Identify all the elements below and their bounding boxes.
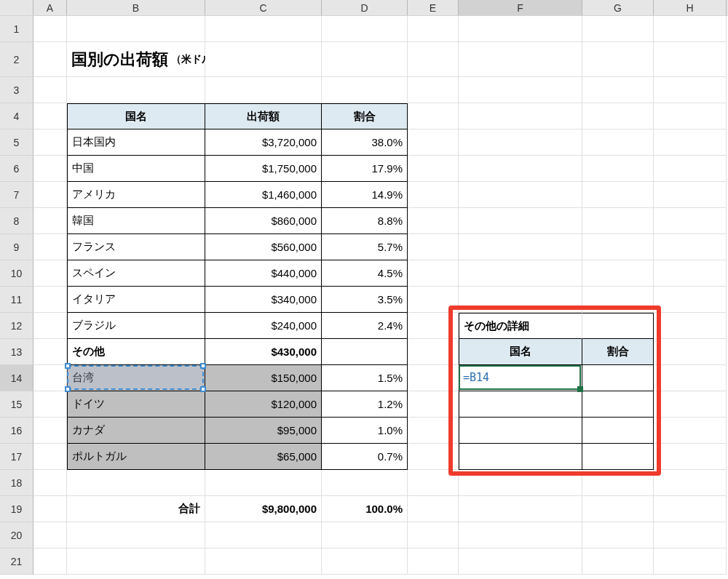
cell-G12[interactable]	[582, 313, 654, 339]
cell-H5[interactable]	[654, 129, 727, 156]
cell-G14[interactable]	[582, 365, 654, 391]
cell-F17[interactable]	[459, 444, 582, 470]
cell-F8[interactable]	[459, 208, 582, 234]
cell-G6[interactable]	[582, 156, 654, 182]
cell-A18[interactable]	[33, 470, 67, 496]
cell-H14[interactable]	[654, 365, 727, 391]
cell-F13[interactable]: 国名	[459, 339, 582, 365]
cell-F6[interactable]	[459, 156, 582, 182]
row-header-7[interactable]: 7	[0, 182, 33, 208]
row-header-13[interactable]: 13	[0, 339, 33, 365]
cell-F12[interactable]: その他の詳細	[459, 313, 582, 339]
cell-D11[interactable]: 3.5%	[322, 287, 408, 313]
row-header-18[interactable]: 18	[0, 470, 33, 496]
row-header-1[interactable]: 1	[0, 16, 33, 42]
cell-E12[interactable]	[408, 313, 459, 339]
row-header-19[interactable]: 19	[0, 496, 33, 522]
cell-D1[interactable]	[322, 16, 408, 42]
cell-D18[interactable]	[322, 470, 408, 496]
cell-D13[interactable]	[322, 339, 408, 365]
cell-B10[interactable]: スペイン	[67, 260, 205, 287]
cell-A17[interactable]	[33, 444, 67, 470]
cell-E17[interactable]	[408, 444, 459, 470]
cell-E16[interactable]	[408, 418, 459, 444]
row-header-11[interactable]: 11	[0, 287, 33, 313]
cell-D17[interactable]: 0.7%	[322, 444, 408, 470]
cell-B8[interactable]: 韓国	[67, 208, 205, 234]
cell-D16[interactable]: 1.0%	[322, 418, 408, 444]
cell-A20[interactable]	[33, 522, 67, 548]
cell-C16[interactable]: $95,000	[205, 418, 322, 444]
cell-D5[interactable]: 38.0%	[322, 129, 408, 156]
cell-A10[interactable]	[33, 260, 67, 287]
cell-E6[interactable]	[408, 156, 459, 182]
cell-B5[interactable]: 日本国内	[67, 129, 205, 156]
cell-A6[interactable]	[33, 156, 67, 182]
cell-G18[interactable]	[582, 470, 654, 496]
cell-F5[interactable]	[459, 129, 582, 156]
cell-grid[interactable]: 国別の出荷額（米ドル換算）国名出荷額割合日本国内$3,720,00038.0%中…	[33, 16, 727, 575]
col-header-e[interactable]: E	[408, 0, 459, 15]
cell-E21[interactable]	[408, 548, 459, 575]
cell-A11[interactable]	[33, 287, 67, 313]
cell-H8[interactable]	[654, 208, 727, 234]
cell-E18[interactable]	[408, 470, 459, 496]
cell-D10[interactable]: 4.5%	[322, 260, 408, 287]
cell-D8[interactable]: 8.8%	[322, 208, 408, 234]
cell-F21[interactable]	[459, 548, 582, 575]
cell-H20[interactable]	[654, 522, 727, 548]
cell-E20[interactable]	[408, 522, 459, 548]
cell-B18[interactable]	[67, 470, 205, 496]
cell-B15[interactable]: ドイツ	[67, 391, 205, 418]
cell-C20[interactable]	[205, 522, 322, 548]
cell-E7[interactable]	[408, 182, 459, 208]
row-header-17[interactable]: 17	[0, 444, 33, 470]
cell-G13[interactable]: 割合	[582, 339, 654, 365]
cell-G5[interactable]	[582, 129, 654, 156]
cell-C15[interactable]: $120,000	[205, 391, 322, 418]
row-header-15[interactable]: 15	[0, 391, 33, 418]
cell-H13[interactable]	[654, 339, 727, 365]
row-header-2[interactable]: 2	[0, 42, 33, 77]
cell-F15[interactable]	[459, 391, 582, 418]
cell-A1[interactable]	[33, 16, 67, 42]
cell-C3[interactable]	[205, 77, 322, 103]
cell-H4[interactable]	[654, 103, 727, 129]
cell-B12[interactable]: ブラジル	[67, 313, 205, 339]
cell-C18[interactable]	[205, 470, 322, 496]
cell-B20[interactable]	[67, 522, 205, 548]
cell-E13[interactable]	[408, 339, 459, 365]
row-header-4[interactable]: 4	[0, 103, 33, 129]
cell-G3[interactable]	[582, 77, 654, 103]
cell-C7[interactable]: $1,460,000	[205, 182, 322, 208]
cell-G19[interactable]	[582, 496, 654, 522]
row-header-9[interactable]: 9	[0, 234, 33, 260]
cell-B6[interactable]: 中国	[67, 156, 205, 182]
cell-C19[interactable]: $9,800,000	[205, 496, 322, 522]
cell-B13[interactable]: その他	[67, 339, 205, 365]
cell-E3[interactable]	[408, 77, 459, 103]
cell-G21[interactable]	[582, 548, 654, 575]
cell-C5[interactable]: $3,720,000	[205, 129, 322, 156]
cell-A9[interactable]	[33, 234, 67, 260]
col-header-b[interactable]: B	[67, 0, 205, 15]
cell-H2[interactable]	[654, 42, 727, 77]
cell-G7[interactable]	[582, 182, 654, 208]
cell-G4[interactable]	[582, 103, 654, 129]
cell-A2[interactable]	[33, 42, 67, 77]
cell-A19[interactable]	[33, 496, 67, 522]
col-header-a[interactable]: A	[33, 0, 67, 15]
cell-A16[interactable]	[33, 418, 67, 444]
cell-H19[interactable]	[654, 496, 727, 522]
cell-F4[interactable]	[459, 103, 582, 129]
cell-H21[interactable]	[654, 548, 727, 575]
cell-F16[interactable]	[459, 418, 582, 444]
row-header-8[interactable]: 8	[0, 208, 33, 234]
cell-B11[interactable]: イタリア	[67, 287, 205, 313]
cell-G16[interactable]	[582, 418, 654, 444]
cell-E10[interactable]	[408, 260, 459, 287]
cell-F18[interactable]	[459, 470, 582, 496]
cell-E5[interactable]	[408, 129, 459, 156]
cell-A14[interactable]	[33, 365, 67, 391]
cell-H6[interactable]	[654, 156, 727, 182]
